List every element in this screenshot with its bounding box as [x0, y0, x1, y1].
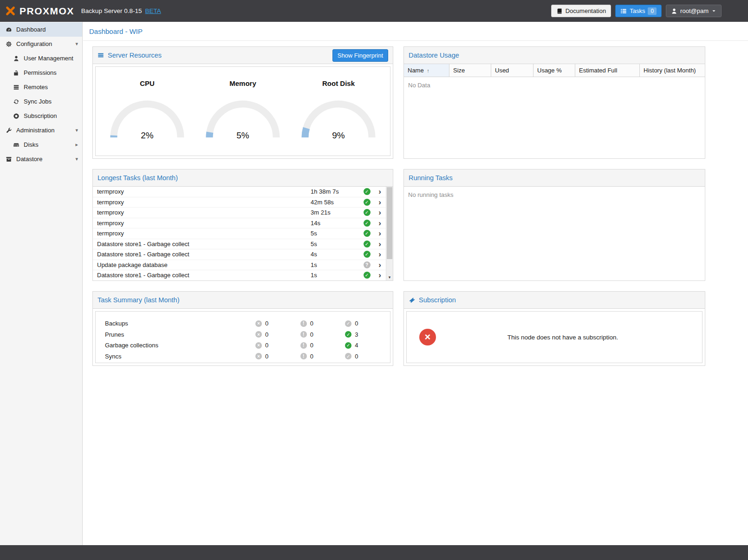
gauge-arc: 2%: [103, 93, 191, 141]
chevron-right-icon[interactable]: ›: [374, 261, 386, 269]
gauge-cpu: CPU2%: [103, 79, 191, 156]
page-title: Dashboard - WIP: [89, 27, 143, 35]
datastore-usage-header: Datastore Usage: [404, 47, 705, 64]
sort-ascending-icon: ↑: [427, 68, 429, 73]
status-ok-icon: ✓: [364, 241, 371, 247]
warning-count: 0: [310, 320, 313, 327]
scroll-down-arrow-icon[interactable]: ▾: [386, 273, 393, 280]
wrench-icon: [5, 127, 12, 134]
sidebar-item-disks[interactable]: Disks▸: [0, 137, 82, 152]
column-header-usage[interactable]: Usage %: [533, 64, 575, 77]
user-icon: [671, 8, 677, 14]
bottom-taskbar: [0, 545, 748, 560]
chevron-down-icon[interactable]: ▾: [75, 41, 78, 47]
task-duration: 3m 21s: [311, 209, 360, 216]
column-header-estimated-full[interactable]: Estimated Full: [575, 64, 640, 77]
sidebar-item-subscription[interactable]: Subscription: [0, 109, 82, 123]
scrollbar-thumb[interactable]: [387, 187, 392, 259]
chevron-down-icon[interactable]: ▾: [75, 156, 78, 162]
task-row[interactable]: termproxy1h 38m 7s✓›: [93, 187, 386, 197]
documentation-label: Documentation: [566, 7, 606, 14]
column-header-history-last-month[interactable]: History (last Month): [640, 64, 705, 77]
beta-link[interactable]: BETA: [145, 7, 161, 14]
documentation-button[interactable]: Documentation: [551, 5, 611, 17]
task-row[interactable]: Update package database1s?›: [93, 260, 386, 271]
task-row[interactable]: Datastore store1 - Garbage collect5s✓›: [93, 239, 386, 250]
task-name: termproxy: [97, 230, 311, 237]
task-row[interactable]: termproxy3m 21s✓›: [93, 208, 386, 218]
task-summary-label: Garbage collections: [96, 342, 255, 349]
task-row[interactable]: termproxy14s✓›: [93, 218, 386, 229]
task-row[interactable]: termproxy5s✓›: [93, 228, 386, 239]
error-summary: ×0: [255, 353, 300, 360]
sidebar-item-datastore[interactable]: Datastore▾: [0, 152, 82, 166]
task-summary-body: Backups×0!0✓0Prunes×0!0✓3Garbage collect…: [93, 309, 393, 365]
sidebar-item-dashboard[interactable]: Dashboard: [0, 22, 82, 37]
column-header-used[interactable]: Used: [491, 64, 533, 77]
ok-icon: ✓: [345, 331, 351, 338]
chevron-down-icon[interactable]: ▾: [75, 127, 78, 133]
gauge-label: Root Disk: [294, 79, 383, 87]
subscription-title: Subscription: [419, 296, 456, 304]
warning-icon: !: [300, 342, 307, 349]
sidebar-item-remotes[interactable]: Remotes: [0, 80, 82, 94]
column-header-size[interactable]: Size: [449, 64, 491, 77]
tasks-button[interactable]: Tasks 0: [615, 5, 662, 17]
task-summary-table: Backups×0!0✓0Prunes×0!0✓3Garbage collect…: [95, 311, 390, 363]
sidebar-item-label: Permissions: [24, 69, 78, 76]
sidebar-item-label: Configuration: [16, 40, 71, 47]
ticket-icon: [409, 297, 415, 303]
datastore-usage-empty: No Data: [404, 77, 705, 93]
task-row[interactable]: Datastore store1 - Garbage collect1s✓›: [93, 270, 386, 280]
chevron-right-icon[interactable]: ›: [374, 271, 386, 279]
warning-count: 0: [310, 353, 313, 360]
task-row[interactable]: termproxy42m 58s✓›: [93, 197, 386, 208]
stack-icon: [13, 84, 20, 91]
brand-name: PROXMOX: [20, 6, 74, 17]
error-summary: ×0: [255, 331, 300, 338]
task-summary-label: Backups: [96, 320, 255, 327]
chevron-right-icon[interactable]: ▸: [75, 142, 78, 148]
subscription-header: Subscription: [404, 292, 705, 309]
topbar: PROXMOX Backup Server 0.8-15 BETA Docume…: [0, 0, 748, 22]
error-count: 0: [265, 320, 268, 327]
user-menu-button[interactable]: root@pam: [666, 5, 722, 17]
proxmox-logo-icon: [5, 5, 16, 17]
chevron-right-icon[interactable]: ›: [374, 250, 386, 258]
chevron-right-icon[interactable]: ›: [374, 188, 386, 195]
task-row[interactable]: Datastore store1 - Garbage collect4s✓›: [93, 249, 386, 260]
warning-icon: !: [300, 320, 307, 327]
chevron-right-icon[interactable]: ›: [374, 240, 386, 248]
warning-summary: !0: [300, 342, 345, 349]
product-version: Backup Server 0.8-15: [81, 7, 142, 14]
datastore-usage-column-headers: Name ↑SizeUsedUsage %Estimated FullHisto…: [404, 64, 705, 77]
task-name: Datastore store1 - Garbage collect: [97, 251, 311, 258]
status-ok-icon: ✓: [364, 272, 371, 279]
sidebar-item-configuration[interactable]: Configuration▾: [0, 37, 82, 51]
error-icon: ×: [255, 320, 262, 327]
task-duration: 1h 38m 7s: [311, 188, 360, 195]
chevron-right-icon[interactable]: ›: [374, 229, 386, 237]
task-duration: 5s: [311, 230, 360, 237]
sidebar-item-permissions[interactable]: Permissions: [0, 65, 82, 80]
scrollbar[interactable]: ▾: [386, 187, 393, 280]
ok-icon: ✓: [345, 353, 351, 359]
ok-icon: ✓: [345, 342, 351, 349]
warning-summary: !0: [300, 353, 345, 360]
task-duration: 1s: [311, 272, 360, 279]
sidebar-item-administration[interactable]: Administration▾: [0, 123, 82, 137]
task-name: Datastore store1 - Garbage collect: [97, 272, 311, 279]
sidebar-item-user-management[interactable]: User Management: [0, 51, 82, 65]
resource-gauges: CPU2%Memory5%Root Disk9%: [95, 66, 390, 156]
task-summary-header: Task Summary (last Month): [93, 292, 393, 309]
chevron-right-icon[interactable]: ›: [374, 198, 386, 206]
status-ok-icon: ✓: [364, 209, 371, 216]
sidebar-item-sync-jobs[interactable]: Sync Jobs: [0, 94, 82, 109]
ok-summary: ✓4: [345, 342, 390, 349]
column-header-name[interactable]: Name ↑: [404, 64, 449, 77]
show-fingerprint-button[interactable]: Show Fingerprint: [332, 49, 388, 62]
chevron-right-icon[interactable]: ›: [374, 219, 386, 227]
chevron-right-icon[interactable]: ›: [374, 208, 386, 216]
ok-summary: ✓0: [345, 320, 390, 327]
ok-count: 0: [355, 320, 358, 327]
